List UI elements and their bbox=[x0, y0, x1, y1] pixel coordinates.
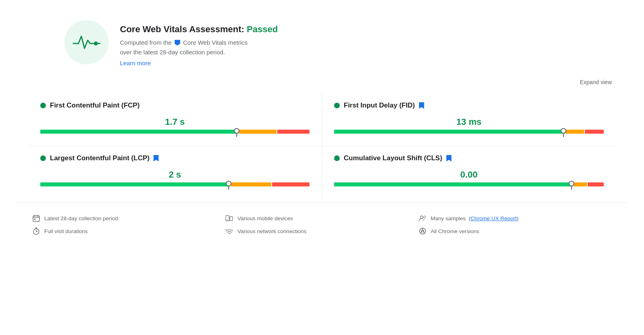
desc-part1: Computed from the bbox=[120, 39, 171, 46]
gauge-value-lcp: 2 s bbox=[40, 170, 310, 180]
desc-part2: Core Web Vitals metrics bbox=[183, 39, 248, 46]
footer-label-visit-durations: Full visit durations bbox=[44, 228, 88, 234]
bookmark-icon-lcp bbox=[153, 155, 159, 161]
svg-rect-7 bbox=[34, 219, 35, 220]
svg-point-11 bbox=[420, 216, 423, 219]
metric-panel-cls: Cumulative Layout Shift (CLS) 0.00 bbox=[322, 146, 616, 199]
gauge-bar-cls bbox=[334, 182, 604, 186]
green-dot-lcp bbox=[40, 155, 46, 161]
gauge-bar-fid bbox=[334, 130, 604, 134]
title-prefix: Core Web Vitals Assessment: bbox=[120, 24, 247, 34]
footer-item-network-connections: Various network connections bbox=[225, 227, 419, 235]
metric-title-fid: First Input Delay (FID) bbox=[334, 101, 604, 110]
gauge-value-cls: 0.00 bbox=[334, 170, 604, 180]
metric-label-fcp: First Contentful Paint (FCP) bbox=[50, 101, 140, 110]
timer-icon bbox=[32, 227, 40, 235]
metric-label-lcp: Largest Contentful Paint (LCP) bbox=[50, 154, 149, 162]
header-description: Computed from the Core Web Vitals metric… bbox=[120, 38, 278, 57]
green-dot-fcp bbox=[40, 103, 46, 108]
footer-item-visit-durations: Full visit durations bbox=[32, 227, 225, 235]
learn-more-link[interactable]: Learn more bbox=[120, 60, 151, 66]
calendar-icon bbox=[32, 214, 40, 222]
mobile-icon bbox=[225, 214, 233, 222]
svg-rect-3 bbox=[33, 216, 39, 221]
svg-rect-9 bbox=[230, 217, 233, 221]
footer-label-collection-period: Latest 28-day collection period bbox=[44, 215, 118, 221]
metric-panel-lcp: Largest Contentful Paint (LCP) 2 s bbox=[28, 146, 322, 199]
metric-panel-fcp: First Contentful Paint (FCP) 1.7 s bbox=[28, 93, 322, 146]
bookmark-icon-fid bbox=[419, 102, 424, 109]
chrome-icon bbox=[419, 227, 427, 235]
footer-item-many-samples: Many samples (Chrome UX Report) bbox=[419, 214, 612, 222]
header-section: Core Web Vitals Assessment: Passed Compu… bbox=[16, 12, 628, 79]
gauge-bar-fcp bbox=[40, 130, 310, 134]
svg-point-12 bbox=[424, 216, 426, 218]
gauge-fcp: 1.7 s bbox=[40, 117, 310, 134]
footer-label-many-samples: Many samples (Chrome UX Report) bbox=[431, 215, 518, 221]
green-dot-cls bbox=[334, 155, 340, 161]
header-title: Core Web Vitals Assessment: Passed bbox=[120, 24, 278, 35]
vitals-icon-circle bbox=[64, 20, 109, 64]
metrics-grid: First Contentful Paint (FCP) 1.7 s First… bbox=[16, 93, 628, 199]
assessment-status: Passed bbox=[247, 24, 278, 34]
footer-label-network-connections: Various network connections bbox=[237, 228, 307, 234]
expand-view-button[interactable]: Expand view bbox=[580, 79, 612, 85]
svg-line-18 bbox=[226, 229, 227, 230]
metric-panel-fid: First Input Delay (FID) 13 ms bbox=[322, 93, 616, 146]
footer-item-collection-period: Latest 28-day collection period bbox=[32, 214, 225, 222]
header-text: Core Web Vitals Assessment: Passed Compu… bbox=[120, 20, 278, 67]
metric-label-cls: Cumulative Layout Shift (CLS) bbox=[344, 154, 442, 162]
gauge-needle-lcp bbox=[226, 181, 231, 190]
metric-title-fcp: First Contentful Paint (FCP) bbox=[40, 101, 310, 110]
gauge-needle-fcp bbox=[234, 128, 239, 137]
green-dot-fid bbox=[334, 103, 340, 108]
footer-item-mobile-devices: Various mobile devices bbox=[225, 214, 419, 222]
metric-title-lcp: Largest Contentful Paint (LCP) bbox=[40, 154, 310, 162]
chrome-ux-report-link[interactable]: Chrome UX Report bbox=[471, 215, 517, 221]
metric-title-cls: Cumulative Layout Shift (CLS) bbox=[334, 154, 604, 162]
gauge-value-fid: 13 ms bbox=[334, 117, 604, 127]
bookmark-icon-cls bbox=[446, 155, 452, 161]
gauge-needle-cls bbox=[569, 181, 574, 190]
gauge-lcp: 2 s bbox=[40, 170, 310, 186]
expand-row: Expand view bbox=[16, 79, 628, 93]
footer-label-mobile-devices: Various mobile devices bbox=[237, 215, 293, 221]
svg-rect-8 bbox=[226, 215, 229, 221]
vitals-waveform-icon bbox=[72, 32, 101, 52]
footer-info: Latest 28-day collection period Various … bbox=[16, 203, 628, 243]
footer-label-chrome-versions: All Chrome versions bbox=[431, 228, 479, 234]
metric-label-fid: First Input Delay (FID) bbox=[344, 101, 415, 110]
gauge-needle-fid bbox=[561, 128, 566, 137]
gauge-value-fcp: 1.7 s bbox=[40, 117, 310, 127]
flag-icon bbox=[175, 40, 180, 45]
gauge-bar-lcp bbox=[40, 182, 310, 186]
desc-part3: over the latest 28-day collection period… bbox=[120, 49, 225, 56]
gauge-cls: 0.00 bbox=[334, 170, 604, 186]
users-icon bbox=[419, 214, 427, 222]
wifi-icon bbox=[225, 227, 233, 235]
footer-item-chrome-versions: All Chrome versions bbox=[419, 227, 612, 235]
gauge-fid: 13 ms bbox=[334, 117, 604, 134]
